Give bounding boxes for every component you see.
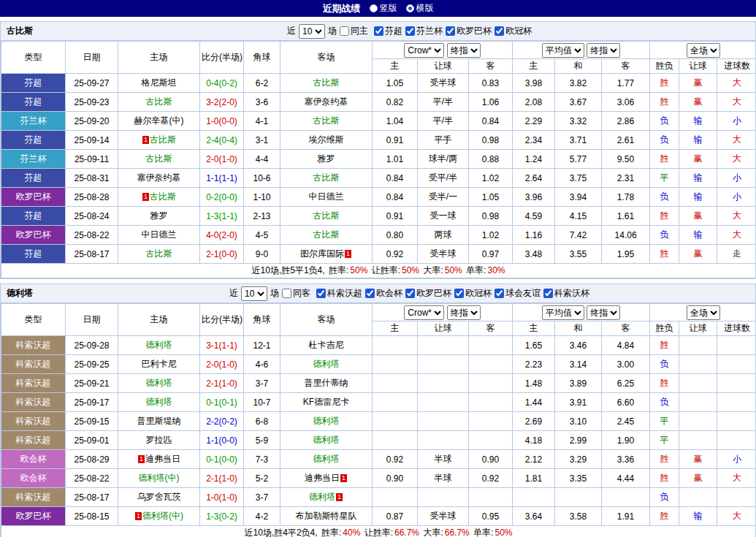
team-name[interactable]: 德利塔	[146, 397, 172, 407]
team-name[interactable]: 中日德兰	[142, 229, 177, 240]
result-cell: 输	[679, 507, 717, 526]
matches-table: 类型 日期 主场 比分(半场) 角球 客场 Crow* 终指 平均值 终指 全场	[1, 41, 756, 278]
team-name[interactable]: 罗拉匹	[146, 435, 172, 445]
league-filter[interactable]: 芬超	[374, 25, 402, 37]
league-filter[interactable]: 科索沃超	[316, 287, 362, 300]
result-cell: 负	[650, 393, 679, 412]
team-name[interactable]: 德利塔	[309, 492, 335, 502]
layout-vertical-label: 竖版	[380, 2, 397, 15]
team-name[interactable]: 德利塔(中)	[142, 511, 183, 521]
team-name[interactable]: 德利塔	[146, 340, 172, 350]
same-venue-filter[interactable]: 同主	[340, 25, 368, 37]
result-cell: 负	[650, 488, 679, 507]
score-cell: 1-3(0-2)	[200, 507, 244, 526]
avg-source-select[interactable]: 平均值	[542, 43, 584, 58]
team-name[interactable]: 塞伊奈约基	[305, 96, 348, 107]
team-name[interactable]: 古比斯	[313, 115, 340, 126]
league-filter[interactable]: 球会友谊	[495, 287, 541, 300]
league-filter[interactable]: 科索沃杯	[543, 287, 589, 300]
team-name[interactable]: 雅罗	[150, 210, 168, 221]
team-name[interactable]: 埃尔维斯	[309, 134, 344, 145]
odds-company-select[interactable]: Crow*	[404, 43, 444, 58]
scope-select[interactable]: 全场	[687, 43, 720, 58]
team-name[interactable]: 古比斯	[313, 77, 340, 88]
league-checkbox[interactable]	[543, 289, 553, 298]
league-checkbox[interactable]	[405, 26, 415, 36]
team-name[interactable]: 德利塔	[313, 435, 340, 445]
same-venue-checkbox[interactable]	[340, 26, 349, 36]
avg-odds-cell	[602, 488, 650, 507]
odds-time-select[interactable]: 终指	[447, 43, 481, 58]
team-name[interactable]: 古比斯	[313, 210, 340, 221]
odds-cell: 1.06	[469, 93, 513, 112]
layout-horizontal-option[interactable]: 横版	[406, 2, 434, 15]
team-name[interactable]: 普里什蒂纳	[305, 378, 348, 388]
league-checkbox[interactable]	[446, 26, 455, 36]
team-name[interactable]: 格尼斯坦	[142, 77, 177, 88]
red-card-badge: 1	[138, 455, 145, 463]
league-filter[interactable]: 欧冠杯	[495, 25, 532, 37]
team-name[interactable]: 塞伊奈约基	[137, 172, 181, 183]
team-name[interactable]: 古比斯	[150, 134, 176, 145]
team-name[interactable]: 古比斯	[313, 229, 340, 240]
avg-time-select[interactable]: 终指	[587, 305, 620, 320]
corner-cell: 4-2	[244, 507, 280, 526]
league-cell: 芬超	[1, 74, 66, 93]
team-name[interactable]: 布加勒斯特星队	[296, 511, 357, 521]
league-checkbox[interactable]	[495, 289, 504, 298]
match-count-select[interactable]: 10	[299, 24, 325, 39]
same-venue-filter[interactable]: 同客	[282, 287, 310, 300]
match-count-select[interactable]: 10	[241, 286, 267, 301]
radio-horizontal-icon[interactable]	[406, 4, 414, 12]
team-name[interactable]: 古比斯	[146, 153, 172, 164]
team-name[interactable]: 迪弗当日	[145, 454, 180, 464]
result-cell: 大	[717, 507, 756, 526]
team-name[interactable]: 雅罗	[318, 153, 335, 164]
avg-source-select[interactable]: 平均值	[542, 305, 584, 320]
team-name[interactable]: 古比斯	[313, 172, 340, 183]
team-name[interactable]: 乌罗舍瓦茨	[137, 492, 181, 502]
avg-odds-cell: 3.67	[555, 93, 602, 112]
league-filter[interactable]: 欧冠杯	[454, 287, 492, 300]
team-name[interactable]: 德利塔	[146, 378, 172, 388]
odds-time-select[interactable]: 终指	[447, 305, 481, 320]
same-venue-checkbox[interactable]	[282, 289, 291, 298]
radio-vertical-icon[interactable]	[370, 4, 378, 12]
team-name[interactable]: 德利塔(中)	[139, 473, 180, 483]
team-name[interactable]: 图尔库国际	[300, 248, 344, 259]
league-filter[interactable]: 欧罗巴杯	[446, 25, 492, 37]
result-cell: 平	[650, 431, 679, 450]
team-name[interactable]: 迪弗当日	[305, 473, 340, 483]
league-checkbox[interactable]	[365, 289, 375, 298]
corner-cell: 3-6	[244, 93, 280, 112]
team-name[interactable]: KF德雷尼卡	[303, 397, 349, 407]
team-name[interactable]: 中日德兰	[309, 191, 344, 202]
team-name[interactable]: 德利塔	[313, 454, 340, 464]
result-cell: 大	[717, 207, 756, 226]
league-filter[interactable]: 欧会杯	[365, 287, 402, 300]
result-cell: 输	[679, 169, 717, 188]
league-filter[interactable]: 欧罗巴杯	[405, 287, 451, 300]
team-name[interactable]: 巴利卡尼	[142, 359, 177, 369]
team-name[interactable]: 古比斯	[146, 96, 172, 107]
league-filter[interactable]: 芬兰杯	[405, 25, 443, 37]
odds-cell: 0.87	[373, 507, 418, 526]
league-checkbox[interactable]	[454, 289, 464, 298]
league-checkbox[interactable]	[495, 26, 504, 36]
league-checkbox[interactable]	[374, 26, 383, 36]
league-checkbox[interactable]	[316, 289, 326, 298]
team-name[interactable]: 普里斯堤纳	[137, 416, 181, 426]
team-name[interactable]: 赫尔辛基(中)	[134, 115, 184, 126]
layout-vertical-option[interactable]: 竖版	[370, 2, 397, 15]
team-name[interactable]: 德利塔	[313, 359, 340, 369]
odds-company-select[interactable]: Crow*	[404, 305, 444, 320]
avg-time-select[interactable]: 终指	[587, 43, 620, 58]
team-name[interactable]: 古比斯	[146, 248, 172, 259]
team-name[interactable]: 杜卡吉尼	[309, 340, 344, 350]
team-name[interactable]: 古比斯	[150, 191, 176, 202]
team-name[interactable]: 德利塔	[313, 416, 340, 426]
scope-select[interactable]: 全场	[687, 305, 720, 320]
date-cell: 25-08-15	[66, 507, 118, 526]
col-corner: 角球	[244, 304, 280, 336]
league-checkbox[interactable]	[405, 289, 415, 298]
